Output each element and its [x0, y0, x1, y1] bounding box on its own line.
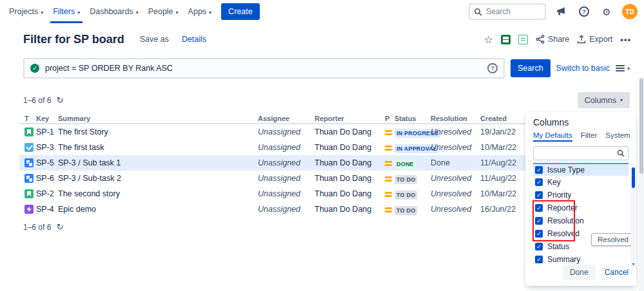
priority-cell [385, 173, 395, 184]
column-header-assignee[interactable]: Assignee [258, 115, 315, 122]
tab-system[interactable]: System [605, 131, 630, 142]
nav-item-apps[interactable]: Apps▾ [186, 0, 215, 23]
column-header-summary[interactable]: Summary [58, 115, 258, 122]
issue-reporter: Thuan Do Dang [315, 127, 385, 136]
issue-assignee: Unassigned [258, 127, 315, 136]
share-icon [536, 35, 545, 44]
columns-search-input[interactable] [537, 149, 614, 157]
column-header-status[interactable]: Status [395, 115, 431, 122]
column-option-resolution[interactable]: ✓Resolution [533, 214, 629, 227]
issue-resolution: Done [431, 158, 480, 167]
issue-key[interactable]: SP-6 [36, 174, 58, 183]
jql-query-input[interactable] [45, 64, 482, 73]
chevron-down-icon: ▾ [136, 10, 139, 15]
nav-item-people[interactable]: People▾ [146, 0, 181, 23]
announcements-megaphone-icon[interactable] [554, 5, 569, 19]
column-option-issue-type[interactable]: ✓Issue Type [533, 163, 629, 176]
issue-key[interactable]: SP-1 [36, 127, 58, 136]
header-actions: ☆ Share Export ••• [484, 33, 632, 46]
user-avatar[interactable]: TD [622, 4, 638, 19]
search-button[interactable]: Search [511, 59, 551, 77]
issue-summary[interactable]: Epic demo [58, 205, 258, 214]
issue-key[interactable]: SP-4 [36, 205, 58, 214]
column-option-key[interactable]: ✓Key [533, 176, 629, 189]
column-option-priority[interactable]: ✓Priority [533, 189, 629, 202]
view-options-menu[interactable]: ▾ [616, 65, 631, 71]
export-document-icon[interactable] [518, 35, 528, 44]
column-option-label: Reporter [547, 203, 578, 212]
columns-button[interactable]: Columns ▾ [578, 92, 630, 108]
issue-summary[interactable]: SP-3 / Sub-task 2 [58, 174, 258, 183]
checkbox-checked-icon[interactable]: ✓ [535, 191, 543, 199]
issue-assignee: Unassigned [258, 174, 315, 183]
checkbox-checked-icon[interactable]: ✓ [535, 230, 543, 238]
column-header-reporter[interactable]: Reporter [315, 115, 385, 122]
status-cell: TO DO [395, 188, 431, 200]
column-option-reporter[interactable]: ✓Reporter [533, 202, 629, 214]
tab-filter[interactable]: Filter [581, 131, 598, 142]
checkbox-checked-icon[interactable]: ✓ [535, 256, 543, 263]
checkbox-checked-icon[interactable]: ✓ [535, 166, 543, 174]
checkbox-checked-icon[interactable]: ✓ [535, 204, 543, 212]
issue-type-cell [19, 143, 36, 152]
syntax-help-icon[interactable]: ? [487, 63, 498, 73]
nav-item-label: Filters [53, 7, 75, 16]
refresh-icon[interactable]: ↻ [56, 95, 63, 105]
done-button[interactable]: Done [563, 265, 596, 280]
results-count-bottom: 1–6 of 6 ↻ [23, 222, 63, 232]
global-search[interactable] [469, 3, 546, 20]
global-search-input[interactable] [486, 7, 538, 16]
page-scrollbar[interactable] [639, 77, 644, 291]
refresh-icon[interactable]: ↻ [56, 222, 63, 232]
issue-key[interactable]: SP-5 [36, 158, 58, 167]
tab-my-defaults[interactable]: My Defaults [533, 131, 572, 142]
create-button[interactable]: Create [221, 3, 260, 20]
cancel-link[interactable]: Cancel [605, 268, 629, 277]
issue-summary[interactable]: SP-3 / Sub task 1 [58, 158, 258, 167]
issue-type-cell [19, 205, 36, 214]
more-options-icon[interactable]: ••• [620, 35, 631, 44]
nav-item-dashboards[interactable]: Dashboards▾ [87, 0, 141, 23]
top-navigation: Projects▾Filters▾Dashboards▾People▾Apps▾… [0, 0, 644, 23]
status-cell: IN APPROVAL [395, 142, 431, 153]
scroll-down-arrow-icon[interactable]: ▾ [630, 261, 636, 267]
priority-cell [385, 157, 395, 169]
column-option-label: Resolution [547, 216, 584, 225]
help-icon[interactable]: ? [577, 5, 591, 19]
favorite-star-icon[interactable]: ☆ [484, 33, 493, 46]
column-option-label: Status [547, 242, 569, 251]
columns-search[interactable] [533, 146, 629, 160]
search-icon [617, 149, 625, 157]
columns-scrollbar-thumb[interactable] [632, 167, 635, 188]
column-header-t[interactable]: T [19, 115, 36, 122]
nav-item-label: Projects [9, 7, 38, 16]
column-header-resolution[interactable]: Resolution [431, 115, 480, 122]
issue-key[interactable]: SP-2 [36, 189, 58, 198]
share-button[interactable]: Share [536, 35, 569, 44]
nav-item-filters[interactable]: Filters▾ [50, 0, 83, 23]
settings-gear-icon[interactable]: ⚙ [600, 5, 614, 19]
issue-key[interactable]: SP-3 [36, 143, 58, 152]
switch-to-basic-link[interactable]: Switch to basic [556, 64, 610, 73]
details-link[interactable]: Details [182, 35, 206, 44]
export-icon [577, 35, 586, 44]
issue-assignee: Unassigned [258, 158, 315, 167]
nav-item-projects[interactable]: Projects▾ [6, 0, 46, 23]
export-button[interactable]: Export [577, 35, 612, 44]
issue-reporter: Thuan Do Dang [315, 174, 385, 183]
status-cell: TO DO [395, 203, 431, 215]
export-sheets-icon[interactable] [501, 35, 511, 44]
column-header-key[interactable]: Key [36, 115, 58, 122]
columns-list-scrollbar[interactable] [631, 167, 636, 265]
checkbox-checked-icon[interactable]: ✓ [535, 178, 543, 186]
jql-input-box[interactable]: ✓ ? [23, 58, 505, 79]
save-as-link[interactable]: Save as [140, 35, 169, 44]
issue-summary[interactable]: The first Story [58, 127, 258, 136]
issue-summary[interactable]: The second story [58, 189, 258, 198]
page-scrollbar-thumb[interactable] [639, 79, 643, 174]
checkbox-checked-icon[interactable]: ✓ [535, 243, 543, 250]
column-option-summary[interactable]: ✓Summary [533, 253, 629, 266]
checkbox-checked-icon[interactable]: ✓ [535, 217, 543, 225]
column-header-p[interactable]: P [385, 115, 395, 122]
issue-summary[interactable]: The first task [58, 143, 258, 152]
